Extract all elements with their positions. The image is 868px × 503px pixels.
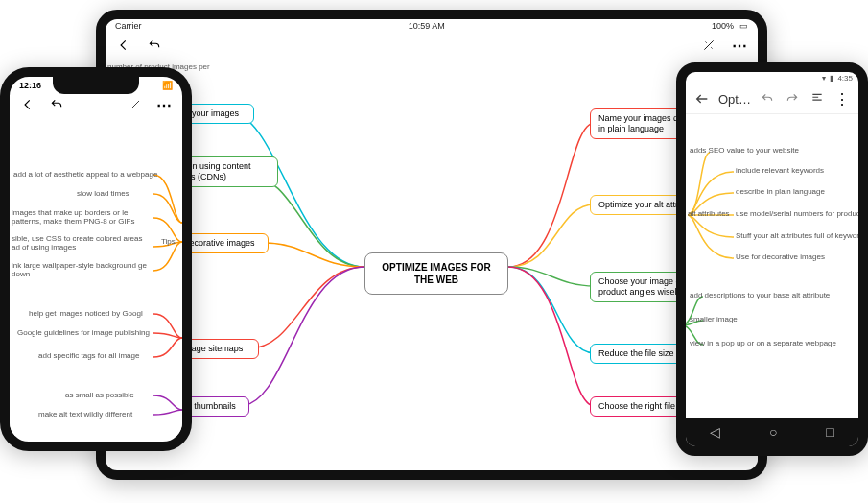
tablet-toolbar: ⋯ (106, 33, 758, 60)
more-vert-button[interactable]: ⋮ (833, 90, 851, 108)
leaf-text: add a lot of aesthetic appeal to a webpa… (13, 170, 167, 179)
clock-label: 12:16 (19, 81, 41, 90)
more-button[interactable]: ⋯ (731, 36, 748, 54)
undo-button[interactable] (48, 96, 65, 113)
iphone-notch (53, 77, 139, 94)
wand-icon[interactable] (700, 36, 717, 54)
android-device: ▾ ▮ 4:35 Optimize… ⋮ adds SEO value to y… (676, 62, 868, 456)
leaf-text: as small as possible (65, 391, 134, 399)
leaf-text: images that make up borders or le patter… (12, 208, 155, 226)
leaf-text: ink large wallpaper-style background ge … (12, 261, 155, 278)
leaf-text: add specific tags for all image (38, 351, 139, 360)
more-button[interactable]: ⋯ (155, 96, 173, 113)
leaf-text: describe in plain language (736, 187, 825, 196)
android-connectors (686, 114, 858, 412)
clock-label: 10:59 AM (409, 21, 445, 31)
leaf-text: Use for decorative images (736, 252, 825, 261)
iphone-toolbar: ⋯ (10, 92, 182, 117)
iphone-canvas[interactable]: add a lot of aesthetic appeal to a webpa… (10, 117, 182, 436)
nav-back-icon[interactable]: ◁ (710, 424, 720, 440)
iphone-device: 12:16 📶 ⋯ add a lot of aesthetic appeal … (0, 67, 192, 451)
leaf-text: smaller image (690, 315, 738, 323)
android-status-bar: ▾ ▮ 4:35 (686, 72, 858, 84)
wand-icon[interactable] (127, 96, 144, 113)
format-icon[interactable] (809, 90, 826, 108)
leaf-text: Google guidelines for image publishing (17, 328, 150, 337)
center-topic[interactable]: OPTIMIZE IMAGES FOR THE WEB (364, 252, 508, 295)
leaf-text: adds SEO value to your website (690, 146, 799, 155)
page-title: Optimize… (718, 92, 751, 107)
undo-button[interactable] (759, 90, 776, 108)
android-canvas[interactable]: adds SEO value to your website include r… (686, 114, 858, 412)
leaf-text: include relevant keywords (736, 166, 824, 175)
battery-icon: ▭ (739, 21, 748, 31)
leaf-text: make alt text wildly different (38, 410, 132, 419)
nav-recent-icon[interactable]: □ (826, 424, 833, 440)
leaf-text: use model/serial numbers for products (736, 209, 858, 218)
signal-icon: ▾ (822, 74, 826, 83)
back-button[interactable] (115, 36, 132, 54)
redo-button[interactable] (784, 90, 801, 108)
leaf-text: Tips (161, 237, 176, 246)
leaf-text: slow load times (77, 189, 129, 198)
tablet-status-bar: Carrier 10:59 AM 100% ▭ (106, 19, 758, 33)
mindmap-canvas[interactable]: OPTIMIZE IMAGES FOR THE WEB Test your im… (106, 60, 758, 464)
leaf-text: sible, use CSS to create colored areas a… (12, 234, 146, 252)
leaf-text: add descriptions to your base alt attrib… (690, 291, 830, 299)
status-icons: 📶 (162, 81, 173, 90)
battery-pct-label: 100% (712, 21, 734, 31)
battery-icon: ▮ (830, 74, 833, 83)
leaf-text: view in a pop up or on a separate webpag… (690, 339, 836, 347)
carrier-label: Carrier (115, 21, 142, 31)
leaf-text: Stuff your alt attributes full of keywor… (736, 231, 858, 240)
tablet-device: Carrier 10:59 AM 100% ▭ ⋯ (96, 10, 767, 480)
leaf-text: help get images noticed by Googl (29, 309, 143, 318)
undo-button[interactable] (146, 36, 163, 54)
clock-label: 4:35 (837, 74, 853, 83)
nav-home-icon[interactable]: ○ (769, 424, 777, 440)
leaf-text: alt attributes (688, 209, 730, 218)
back-button[interactable] (693, 90, 711, 108)
android-toolbar: Optimize… ⋮ (686, 84, 858, 114)
android-nav-bar: ◁ ○ □ (686, 418, 858, 446)
back-button[interactable] (19, 96, 36, 113)
